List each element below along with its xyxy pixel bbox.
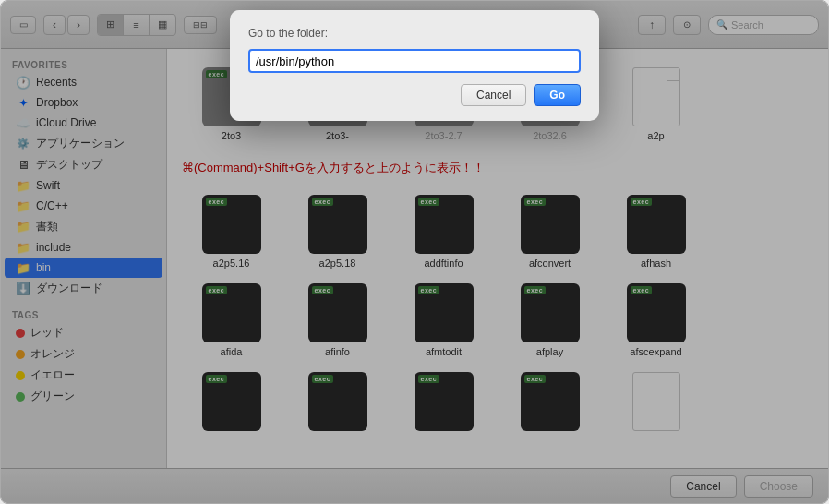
modal-go-button[interactable]: Go	[534, 84, 581, 106]
modal-overlay: Go to the folder: Cancel Go	[1, 1, 828, 503]
modal-buttons: Cancel Go	[248, 84, 581, 106]
modal-title: Go to the folder:	[248, 27, 581, 40]
goto-folder-input[interactable]	[248, 49, 581, 73]
modal-cancel-button[interactable]: Cancel	[461, 84, 526, 106]
finder-window: ▭ ‹ › ⊞ ≡ ▦ ⊟⊟ ↑ ⊙ 🔍 Search Favorites 🕐 …	[0, 0, 829, 504]
modal-dialog: Go to the folder: Cancel Go	[230, 10, 599, 121]
